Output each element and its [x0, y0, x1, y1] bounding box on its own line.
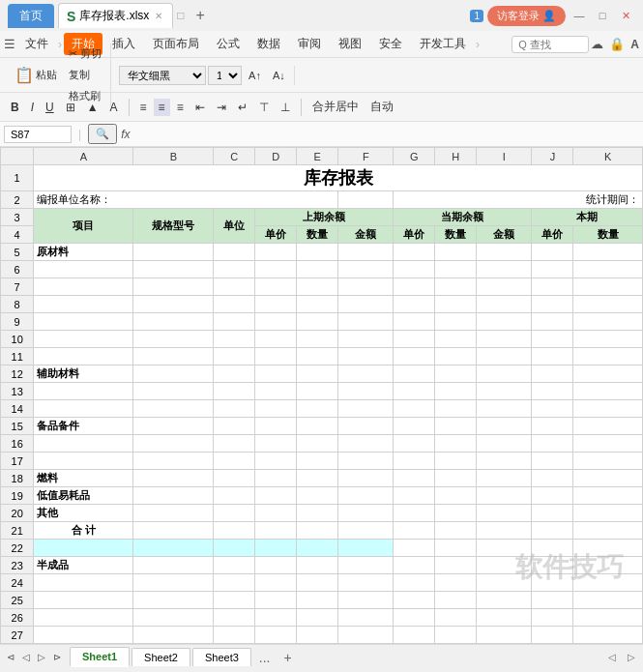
sheet-more[interactable]: ... [253, 648, 277, 667]
table-row: 12 辅助材料 [1, 365, 643, 383]
cloud-icon[interactable]: ☁ [591, 37, 603, 51]
cell-total[interactable]: 合 计 [34, 522, 133, 540]
cell-reference-input[interactable] [4, 126, 72, 143]
cell-j5[interactable] [532, 244, 573, 261]
col-header-i[interactable]: I [477, 148, 532, 165]
cell-reporting-unit[interactable]: 编报单位名称： [34, 191, 338, 209]
cell-b5[interactable] [133, 244, 214, 261]
menu-data[interactable]: 数据 [249, 33, 288, 55]
user-icon[interactable]: A [630, 38, 639, 51]
login-button[interactable]: 访客登录 👤 [487, 6, 566, 26]
font-grow-button[interactable]: A↑ [244, 67, 266, 84]
minimize-button[interactable]: — [570, 6, 589, 25]
paste-button[interactable]: 📋 粘贴 [10, 63, 62, 87]
col-header-d[interactable]: D [255, 148, 297, 165]
align-center-button[interactable]: ≡ [154, 99, 170, 116]
menu-review[interactable]: 审阅 [290, 33, 329, 55]
table-row: 23 半成品 [1, 557, 643, 574]
sheet-nav-last[interactable]: ⊳ [50, 650, 64, 664]
align-left-button[interactable]: ≡ [135, 99, 152, 116]
wrap-button[interactable]: ↵ [233, 99, 252, 116]
cell-c5[interactable] [214, 244, 255, 261]
table-row: 24 [1, 574, 643, 592]
col-header-j[interactable]: J [532, 148, 573, 165]
menu-formula[interactable]: 公式 [209, 33, 248, 55]
cell-consumables[interactable]: 低值易耗品 [34, 487, 133, 505]
merge-cells-button[interactable]: 合并居中 [307, 97, 364, 117]
font-shrink-button[interactable]: A↓ [268, 67, 290, 84]
cell-spare-parts[interactable]: 备品备件 [34, 418, 133, 435]
fill-color-button[interactable]: ▲ [82, 99, 103, 116]
search-area [511, 36, 589, 53]
sheet-tab-1[interactable]: Sheet1 [70, 647, 130, 667]
cell-k5[interactable] [573, 244, 643, 261]
auto-button[interactable]: 自动 [365, 97, 398, 117]
col-header-f[interactable]: F [338, 148, 394, 165]
menu-view[interactable]: 视图 [331, 33, 369, 55]
bold-button[interactable]: B [6, 99, 24, 116]
row-num-2: 2 [1, 191, 34, 209]
table-row: 5 原材料 [1, 244, 643, 261]
col-header-h[interactable]: H [435, 148, 477, 165]
tab-home[interactable]: 首页 [8, 4, 54, 28]
align-middle-button[interactable]: ⊥ [276, 99, 295, 116]
tab-close-icon[interactable]: ✕ [153, 11, 164, 21]
sheet-add-button[interactable]: + [278, 648, 298, 667]
align-right-button[interactable]: ≡ [172, 99, 189, 116]
table-row: 1 库存报表 [1, 165, 643, 191]
cell-aux-material[interactable]: 辅助材料 [34, 365, 133, 383]
cell-cyan-a22[interactable] [34, 540, 133, 557]
cell-d5[interactable] [255, 244, 297, 261]
indent-increase-button[interactable]: ⇥ [212, 99, 231, 116]
copy-button[interactable]: 复制 [64, 65, 106, 85]
formula-input[interactable] [133, 127, 639, 142]
col-header-g[interactable]: G [394, 148, 435, 165]
sheet-tab-2[interactable]: Sheet2 [132, 648, 190, 666]
sheet-nav-first[interactable]: ⊲ [4, 650, 17, 664]
spreadsheet[interactable]: A B C D E F G H I J K 1 库存报表 [0, 147, 643, 644]
scroll-right-button[interactable]: ▷ [624, 650, 639, 664]
scroll-left-button[interactable]: ◁ [604, 650, 620, 664]
close-button[interactable]: ✕ [616, 6, 635, 25]
indent-decrease-button[interactable]: ⇤ [190, 99, 210, 116]
col-header-a[interactable]: A [34, 148, 133, 165]
maximize-button[interactable]: □ [593, 6, 612, 25]
cell-f5[interactable] [338, 244, 394, 261]
cell-other[interactable]: 其他 [34, 505, 133, 522]
font-size-select[interactable]: 12 [208, 66, 242, 85]
col-header-c[interactable]: C [214, 148, 255, 165]
cell-raw-material[interactable]: 原材料 [34, 244, 133, 261]
search-input[interactable] [511, 36, 589, 53]
menu-dev[interactable]: 开发工具 [412, 33, 474, 55]
tab-file[interactable]: S 库存报表.xlsx ✕ [58, 3, 173, 28]
sheet-nav-next[interactable]: ▷ [35, 650, 48, 664]
sheet-tab-3[interactable]: Sheet3 [192, 648, 251, 666]
new-tab-button[interactable]: + [189, 7, 213, 24]
cut-button[interactable]: ✂ 剪切 [64, 44, 106, 64]
font-select[interactable]: 华文细黑 [119, 66, 206, 85]
lock-icon[interactable]: 🔒 [609, 37, 625, 51]
cell-semi-product[interactable]: 半成品 [34, 557, 133, 574]
col-header-e[interactable]: E [297, 148, 338, 165]
sheet-nav-prev[interactable]: ◁ [19, 650, 33, 664]
fx-button[interactable]: 🔍 [88, 124, 117, 144]
align-top-button[interactable]: ⊤ [254, 99, 274, 116]
col-header-k[interactable]: K [573, 148, 643, 165]
col-header-b[interactable]: B [133, 148, 214, 165]
cell-fuel[interactable]: 燃料 [34, 470, 133, 487]
cell-g5[interactable] [394, 244, 435, 261]
table-row: 16 [1, 435, 643, 453]
window-controls: 1 访客登录 👤 — □ ✕ [470, 6, 635, 26]
cell-h5[interactable] [435, 244, 477, 261]
menu-security[interactable]: 安全 [371, 33, 410, 55]
header-this-price: 单价 [532, 226, 573, 244]
cell-i5[interactable] [477, 244, 532, 261]
menu-layout[interactable]: 页面布局 [145, 33, 207, 55]
cell-period[interactable]: 统计期间： [394, 191, 643, 209]
underline-button[interactable]: U [41, 99, 59, 116]
font-color-button[interactable]: A [105, 99, 123, 116]
cell-e5[interactable] [297, 244, 338, 261]
cell-title[interactable]: 库存报表 [34, 165, 643, 191]
italic-button[interactable]: I [26, 99, 39, 116]
border-button[interactable]: ⊞ [61, 99, 80, 116]
